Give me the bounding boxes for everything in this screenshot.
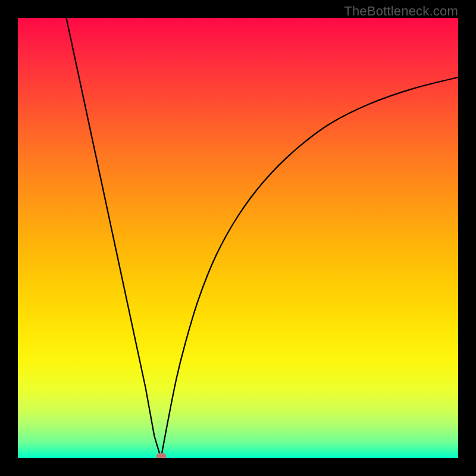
chart-frame: TheBottleneck.com	[0, 0, 476, 476]
curve-layer	[18, 18, 458, 458]
minimum-marker	[156, 453, 166, 458]
bottleneck-curve	[66, 18, 458, 458]
plot-area	[18, 18, 458, 458]
source-label: TheBottleneck.com	[344, 4, 458, 19]
